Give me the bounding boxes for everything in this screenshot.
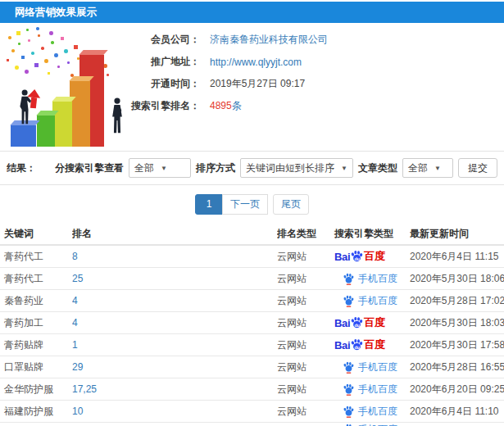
chevron-down-icon: ▼ bbox=[161, 165, 167, 172]
confetti-dot bbox=[57, 66, 60, 68]
confetti-dot bbox=[74, 45, 78, 49]
confetti-dot bbox=[8, 36, 11, 39]
table-body: 膏药代工8云网站Baidu百度2020年6月4日 11:15膏药代工25云网站手… bbox=[0, 244, 504, 426]
keyword-cell: 膏药代工 bbox=[0, 250, 72, 264]
engine-filter-select[interactable]: 全部 ▼ bbox=[129, 158, 191, 178]
page-last-button[interactable]: 尾页 bbox=[273, 194, 309, 215]
baidu-mobile-logo: 手机百度 bbox=[343, 294, 397, 308]
engine-cell: 手机百度 bbox=[328, 272, 410, 286]
info-label: 推广地址： bbox=[115, 55, 200, 69]
info-value-link[interactable]: http://www.qlyyjt.com bbox=[210, 57, 302, 68]
rank-table: 关键词排名排名类型搜索引擎类型最新更新时间 膏药代工8云网站Baidu百度202… bbox=[0, 223, 504, 426]
rank-cell: 4 bbox=[72, 295, 277, 306]
engine-cell: Baidu百度 bbox=[328, 315, 410, 330]
engine-cell: Baidu百度 bbox=[328, 249, 410, 264]
chevron-down-icon: ▼ bbox=[341, 165, 347, 172]
rank-link[interactable]: 1 bbox=[72, 339, 78, 351]
engine-cell: Baidu百度 bbox=[328, 338, 410, 352]
baidu-logo-text: Bai bbox=[334, 251, 350, 263]
baidu-pc-logo: Baidu百度 bbox=[334, 338, 385, 352]
confetti-dot bbox=[15, 66, 19, 70]
rank-cell: 1 bbox=[72, 339, 277, 351]
rank-link[interactable]: 17,25 bbox=[72, 383, 97, 395]
rank-link[interactable]: 4 bbox=[72, 295, 78, 306]
article-filter-select[interactable]: 全部 ▼ bbox=[402, 158, 453, 178]
rank-type-cell: 云网站 bbox=[277, 360, 328, 374]
confetti-dot bbox=[7, 59, 9, 61]
rank-cell: 10 bbox=[72, 406, 277, 417]
keyword-cell: 膏药代工 bbox=[0, 272, 72, 286]
rank-cell: 4 bbox=[72, 317, 277, 329]
baidu-logo-text-cn: 百度 bbox=[364, 338, 384, 352]
keyword-cell: 膏药加工 bbox=[0, 316, 72, 330]
rank-type-cell: 云网站 bbox=[277, 272, 328, 286]
header-bar: 网络营销效果展示 bbox=[0, 2, 504, 23]
info-label: 开通时间： bbox=[115, 77, 200, 91]
baidu-mobile-label: 手机百度 bbox=[358, 405, 397, 419]
table-row: 膏药加工4云网站Baidu百度2020年5月30日 18:03 bbox=[0, 311, 504, 333]
baidu-logo-text: Bai bbox=[334, 317, 350, 329]
rank-type-cell: 云网站 bbox=[277, 383, 328, 397]
table-header-cell: 排名 bbox=[72, 227, 277, 241]
sort-filter-select[interactable]: 关键词由短到长排序 ▼ bbox=[240, 158, 353, 178]
confetti-dot bbox=[21, 56, 25, 59]
confetti-dot bbox=[107, 74, 109, 76]
page-next-button[interactable]: 下一页 bbox=[222, 194, 268, 215]
page-current[interactable]: 1 bbox=[195, 194, 223, 215]
svg-text:du: du bbox=[355, 322, 360, 327]
rank-link[interactable]: 29 bbox=[72, 361, 83, 373]
table-row: 膏药贴牌1云网站Baidu百度2020年5月30日 17:58 bbox=[0, 333, 504, 356]
info-value-link[interactable]: 济南秦鲁药业科技有限公司 bbox=[210, 34, 328, 45]
article-filter-value: 全部 bbox=[408, 161, 428, 175]
confetti-dot bbox=[48, 72, 50, 75]
keyword-cell: 口罩贴牌 bbox=[0, 360, 72, 374]
svg-text:du: du bbox=[355, 344, 360, 349]
rank-link[interactable]: 4 bbox=[72, 317, 78, 329]
engine-cell: 手机百度 bbox=[328, 405, 410, 419]
updated-cell: 2020年5月30日 17:58 bbox=[410, 338, 504, 352]
rank-link[interactable]: 8 bbox=[72, 251, 78, 262]
filter-bar: 结果： 分搜索引擎查看 全部 ▼ 排序方式 关键词由短到长排序 ▼ 文章类型 全… bbox=[0, 151, 504, 185]
confetti-dot bbox=[41, 47, 44, 50]
engine-filter-value: 全部 bbox=[134, 161, 154, 175]
baidu-paw-icon bbox=[343, 295, 355, 307]
baidu-paw-icon: du bbox=[350, 316, 364, 330]
confetti-dot bbox=[64, 49, 68, 53]
engine-cell: 手机百度 bbox=[328, 294, 410, 308]
confetti-dot bbox=[25, 70, 29, 74]
bar-blue bbox=[11, 125, 36, 147]
baidu-paw-icon: du bbox=[350, 338, 364, 352]
updated-cell: 2020年6月4日 11:10 bbox=[410, 405, 504, 419]
confetti-dot bbox=[54, 53, 58, 57]
table-row: 口罩贴牌29云网站手机百度2020年5月28日 16:55 bbox=[0, 356, 504, 378]
confetti-dot bbox=[44, 59, 48, 63]
table-row: 福建防护服10云网站手机百度2020年6月4日 11:10 bbox=[0, 400, 504, 422]
rank-type-cell: 云网站 bbox=[277, 405, 328, 419]
info-value: http://www.qlyyjt.com bbox=[210, 57, 302, 68]
chevron-down-icon: ▼ bbox=[434, 165, 441, 172]
info-row: 搜索引擎排名：4895条 bbox=[115, 95, 328, 117]
confetti-dot bbox=[51, 41, 54, 44]
keyword-cell: 膏药贴牌 bbox=[0, 338, 72, 352]
rank-link[interactable]: 25 bbox=[72, 273, 83, 284]
baidu-mobile-label: 手机百度 bbox=[358, 423, 397, 426]
info-row: 开通时间：2019年5月27日 09:17 bbox=[115, 73, 328, 95]
table-header-cell: 排名类型 bbox=[277, 227, 328, 241]
info-row: 会员公司：济南秦鲁药业科技有限公司 bbox=[115, 29, 328, 51]
keyword-cell: 福建防护服 bbox=[0, 405, 72, 419]
rank-cell: 29 bbox=[72, 361, 277, 373]
baidu-mobile-label: 手机百度 bbox=[358, 383, 397, 397]
confetti-dot bbox=[36, 27, 39, 30]
rank-type-cell: 云网站 bbox=[277, 294, 328, 308]
submit-button[interactable]: 提交 bbox=[458, 158, 497, 178]
confetti-dot bbox=[49, 31, 53, 35]
updated-cell: 2020年5月30日 18:06 bbox=[410, 272, 504, 286]
confetti-dot bbox=[16, 31, 20, 35]
baidu-paw-icon bbox=[343, 361, 355, 374]
rank-cell: 8 bbox=[72, 251, 277, 262]
baidu-paw-icon bbox=[343, 406, 355, 418]
engine-cell: 手机百度 bbox=[328, 383, 410, 397]
rank-link[interactable]: 10 bbox=[72, 406, 83, 417]
baidu-mobile-label: 手机百度 bbox=[358, 360, 397, 374]
engine-cell: 手机百度 bbox=[328, 360, 410, 374]
